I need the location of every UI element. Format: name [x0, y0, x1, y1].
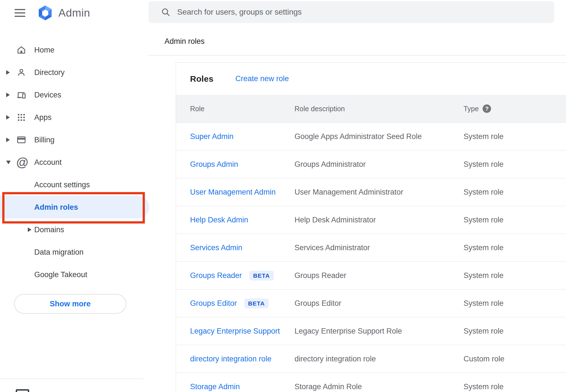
expand-right-icon[interactable] — [6, 138, 10, 142]
table-row: Groups Editor BETA Groups Editor System … — [176, 289, 566, 317]
beta-badge: BETA — [249, 271, 274, 281]
sidebar-item-admin-roles[interactable]: Admin roles — [0, 196, 149, 218]
role-type: System role — [464, 382, 566, 391]
sidebar-item-label: Admin roles — [34, 203, 78, 212]
role-type: System role — [464, 271, 566, 280]
role-link[interactable]: Storage Admin — [190, 382, 240, 391]
expand-right-icon[interactable] — [28, 227, 31, 232]
role-description: Groups Reader — [295, 271, 464, 280]
role-type: Custom role — [464, 355, 566, 363]
table-row: Legacy Enterprise Support Legacy Enterpr… — [176, 317, 566, 345]
menu-hamburger-icon[interactable] — [15, 9, 25, 17]
sidebar-item-label: Directory — [34, 68, 65, 77]
role-type: System role — [464, 188, 566, 197]
page-title: Roles — [190, 74, 213, 84]
role-link[interactable]: Legacy Enterprise Support — [190, 327, 280, 336]
table-header-row: Role Role description Type ? — [176, 95, 566, 122]
sidebar-item-google-takeout[interactable]: Google Takeout — [0, 263, 148, 286]
apps-grid-icon — [16, 112, 34, 122]
roles-card: Roles Create new role Role Role descript… — [176, 62, 566, 392]
clipped-bottom-icon — [16, 389, 29, 392]
table-row: Help Desk Admin Help Desk Administrator … — [176, 206, 566, 234]
sidebar-header: Admin — [0, 0, 148, 26]
role-description: User Management Administrator — [295, 188, 464, 197]
sidebar-item-account-settings[interactable]: Account settings — [0, 174, 148, 196]
sidebar-item-directory[interactable]: Directory — [0, 61, 148, 84]
search-bar[interactable] — [149, 1, 554, 23]
roles-table-body: Super Admin Google Apps Administrator Se… — [176, 122, 566, 392]
role-type: System role — [464, 327, 566, 336]
sidebar-item-label: Home — [34, 46, 54, 54]
header-divider — [149, 55, 566, 56]
show-more-button[interactable]: Show more — [14, 294, 126, 314]
sidebar: Admin Home Directory Devices — [0, 0, 148, 392]
create-new-role-link[interactable]: Create new role — [235, 74, 289, 83]
sidebar-item-label: Data migration — [34, 248, 84, 257]
sidebar-item-label: Billing — [34, 136, 54, 144]
role-description: Groups Administrator — [295, 160, 464, 169]
sidebar-item-data-migration[interactable]: Data migration — [0, 241, 148, 263]
table-row: Groups Reader BETA Groups Reader System … — [176, 261, 566, 289]
roles-card-header: Roles Create new role — [176, 63, 566, 95]
column-header-role: Role — [190, 105, 295, 113]
sidebar-item-label: Account — [34, 158, 62, 167]
sidebar-item-home[interactable]: Home — [0, 39, 148, 61]
role-description: directory integration role — [295, 355, 464, 363]
sidebar-item-account[interactable]: @ Account — [0, 151, 148, 174]
table-row: Storage Admin Storage Admin Role System … — [176, 373, 566, 392]
expand-down-icon[interactable] — [6, 161, 11, 164]
table-row: User Management Admin User Management Ad… — [176, 178, 566, 206]
table-row: Services Admin Services Administrator Sy… — [176, 234, 566, 261]
role-description: Storage Admin Role — [295, 382, 464, 391]
expand-right-icon[interactable] — [6, 70, 10, 75]
sidebar-item-apps[interactable]: Apps — [0, 106, 148, 129]
role-link[interactable]: Services Admin — [190, 243, 242, 252]
home-icon — [16, 45, 34, 55]
help-icon[interactable]: ? — [483, 104, 491, 113]
column-header-role-description: Role description — [295, 105, 464, 113]
role-link[interactable]: directory integration role — [190, 355, 271, 363]
role-link[interactable]: User Management Admin — [190, 188, 276, 197]
role-link[interactable]: Super Admin — [190, 132, 234, 141]
search-input[interactable] — [177, 7, 554, 17]
role-description: Services Administrator — [295, 243, 464, 252]
expand-right-icon[interactable] — [6, 93, 10, 97]
sidebar-item-devices[interactable]: Devices — [0, 84, 148, 106]
search-icon — [161, 7, 170, 17]
table-row: Groups Admin Groups Administrator System… — [176, 150, 566, 178]
table-row: directory integration role directory int… — [176, 345, 566, 373]
role-link[interactable]: Groups Admin — [190, 160, 238, 169]
role-description: Legacy Enterprise Support Role — [295, 327, 464, 336]
admin-hexagon-logo-icon — [36, 5, 54, 21]
role-type: System role — [464, 299, 566, 308]
sidebar-nav: Home Directory Devices — [0, 39, 148, 286]
sidebar-bottom-divider — [0, 379, 143, 379]
person-icon — [16, 67, 34, 78]
beta-badge: BETA — [244, 298, 269, 308]
admin-console-page: { "app": { "name": "Admin" }, "search": … — [0, 0, 566, 392]
sidebar-item-label: Devices — [34, 91, 61, 99]
role-type: System role — [464, 216, 566, 224]
role-link[interactable]: Groups Reader — [190, 271, 242, 280]
role-type: System role — [464, 243, 566, 252]
sidebar-item-label: Google Takeout — [34, 270, 87, 279]
sidebar-item-domains[interactable]: Domains — [0, 218, 148, 241]
role-link[interactable]: Groups Editor — [190, 299, 237, 308]
role-type: System role — [464, 160, 566, 169]
table-row: Super Admin Google Apps Administrator Se… — [176, 122, 566, 150]
devices-icon — [16, 90, 34, 100]
sidebar-item-label: Apps — [34, 113, 52, 122]
sidebar-item-label: Account settings — [34, 181, 90, 189]
credit-card-icon — [16, 135, 34, 145]
column-header-type: Type — [464, 105, 479, 113]
sidebar-item-label: Domains — [34, 225, 64, 234]
sidebar-item-billing[interactable]: Billing — [0, 129, 148, 151]
app-title: Admin — [58, 7, 90, 19]
role-link[interactable]: Help Desk Admin — [190, 216, 248, 224]
role-description: Groups Editor — [295, 299, 464, 308]
at-sign-icon: @ — [16, 156, 34, 168]
role-type: System role — [464, 132, 566, 141]
role-description: Google Apps Administrator Seed Role — [295, 132, 464, 141]
expand-right-icon[interactable] — [6, 115, 10, 120]
admin-logo: Admin — [36, 5, 90, 21]
